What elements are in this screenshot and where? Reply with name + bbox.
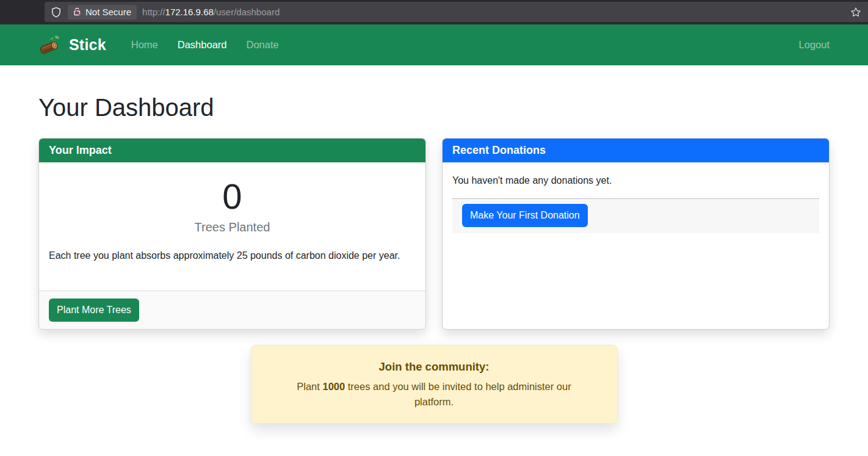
logout-link[interactable]: Logout [789, 34, 830, 56]
url-host: 172.16.9.68 [165, 7, 214, 17]
impact-card-header: Your Impact [39, 139, 425, 162]
alert-text-prefix: Plant [297, 381, 322, 392]
navbar: Stick Home Dashboard Donate Logout [0, 24, 868, 65]
bookmark-star-icon[interactable] [850, 6, 862, 18]
broken-lock-icon [72, 7, 82, 16]
page-title: Your Dashboard [38, 94, 830, 121]
no-donations-message: You haven't made any donations yet. [452, 175, 819, 186]
nav-link-home[interactable]: Home [121, 34, 168, 56]
url-path: /user/dashboard [214, 7, 280, 17]
first-donation-panel: Make Your First Donation [452, 199, 819, 233]
impact-card-body: 0 Trees Planted Each tree you plant abso… [39, 162, 425, 291]
url-bar[interactable]: Not Secure http://172.16.9.68/user/dashb… [45, 2, 868, 22]
stick-logo-icon [38, 34, 61, 56]
url-text: http://172.16.9.68/user/dashboard [142, 7, 280, 17]
nav-link-dashboard[interactable]: Dashboard [168, 34, 237, 56]
not-secure-label: Not Secure [85, 7, 131, 17]
browser-toolbar: Not Secure http://172.16.9.68/user/dashb… [0, 0, 868, 24]
trees-planted-label: Trees Planted [49, 220, 416, 234]
community-alert: Join the community: Plant 1000 trees and… [251, 345, 618, 424]
alert-trees-goal: 1000 [322, 381, 345, 392]
cards-row: Your Impact 0 Trees Planted Each tree yo… [38, 138, 830, 330]
trees-planted-count: 0 [49, 177, 416, 216]
shield-permissions-icon[interactable] [50, 6, 62, 18]
plant-more-trees-button[interactable]: Plant More Trees [49, 299, 139, 322]
brand-link[interactable]: Stick [38, 34, 106, 56]
nav-link-donate[interactable]: Donate [237, 34, 289, 56]
impact-card-footer: Plant More Trees [39, 291, 425, 329]
brand-name: Stick [69, 36, 106, 54]
alert-text-suffix: trees and you will be invited to help ad… [345, 381, 571, 407]
url-scheme: http:// [142, 7, 165, 17]
not-secure-chip[interactable]: Not Secure [68, 5, 137, 20]
donations-card: Recent Donations You haven't made any do… [442, 138, 830, 330]
nav-links: Home Dashboard Donate [121, 34, 289, 56]
make-first-donation-button[interactable]: Make Your First Donation [462, 204, 588, 227]
main-content: Your Dashboard Your Impact 0 Trees Plant… [0, 94, 868, 424]
impact-description: Each tree you plant absorbs approximatel… [49, 248, 416, 263]
donations-card-header: Recent Donations [443, 139, 829, 162]
community-alert-body: Plant 1000 trees and you will be invited… [281, 379, 587, 410]
impact-card: Your Impact 0 Trees Planted Each tree yo… [38, 138, 426, 330]
donations-card-body: You haven't made any donations yet. Make… [443, 162, 829, 329]
community-alert-heading: Join the community: [261, 360, 607, 374]
